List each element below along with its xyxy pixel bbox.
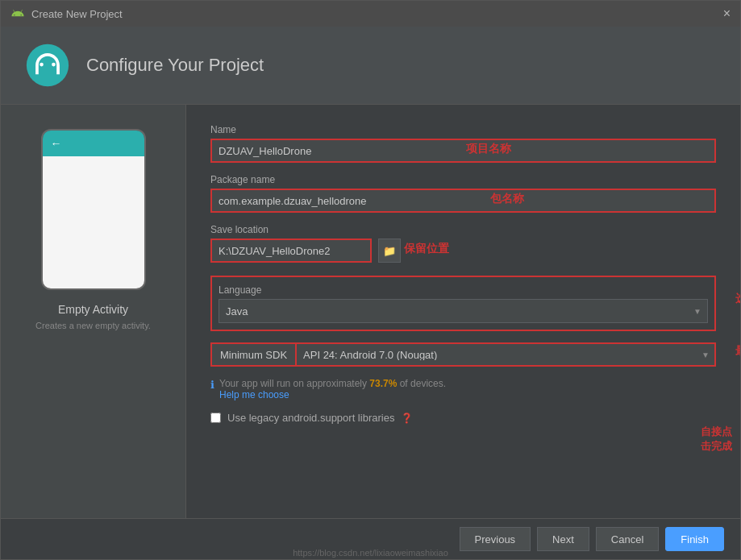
title-bar-left: Create New Project	[10, 6, 123, 21]
language-box: Language Java Kotlin ▼	[210, 276, 716, 331]
svg-point-1	[40, 63, 44, 67]
svg-point-2	[52, 63, 56, 67]
language-field-group: Language Java Kotlin ▼ 选择语言	[210, 274, 716, 331]
info-text: Your app will run on approximately 73.7%…	[219, 378, 446, 400]
content-area: ← Empty Activity Creates a new empty act…	[1, 105, 740, 518]
cancel-button[interactable]: Cancel	[596, 527, 659, 551]
name-field-row	[210, 139, 716, 163]
save-location-label: Save location	[210, 224, 716, 235]
browse-button[interactable]: 📁	[378, 239, 401, 263]
language-label: Language	[219, 284, 261, 296]
name-label: Name	[210, 124, 716, 135]
name-input[interactable]	[210, 139, 716, 163]
checkbox-label: Use legacy android.support libraries	[227, 412, 394, 424]
header-section: Configure Your Project	[1, 27, 740, 105]
phone-preview: ←	[41, 129, 146, 290]
right-panel: Name 项目名称 Package name 包名称	[186, 105, 740, 518]
min-sdk-select[interactable]: API 24: Android 7.0 (Nougat) API 21: And…	[295, 342, 716, 367]
page-title: Configure Your Project	[86, 55, 264, 76]
back-arrow-icon: ←	[51, 137, 62, 150]
save-location-field-row: 📁	[210, 239, 716, 263]
info-row: ℹ Your app will run on approximately 73.…	[210, 378, 716, 400]
phone-body	[43, 156, 144, 288]
save-location-input[interactable]	[210, 239, 372, 263]
annotation-save-location: 保留位置	[404, 242, 449, 256]
title-bar: Create New Project ×	[1, 1, 740, 27]
save-location-field-group: Save location 📁 保留位置	[210, 224, 716, 263]
package-label: Package name	[210, 174, 716, 185]
footer: Previous Next Cancel Finish https://blog…	[1, 518, 740, 559]
right-panel-wrapper: Name 项目名称 Package name 包名称	[186, 105, 740, 518]
language-select-wrapper: Java Kotlin ▼	[219, 299, 708, 323]
activity-label: Empty Activity	[58, 303, 128, 316]
watermark: https://blog.csdn.net/lixiaoweimashixiao	[293, 548, 448, 558]
name-field-group: Name 项目名称	[210, 124, 716, 163]
help-circle-icon[interactable]: ❓	[401, 413, 413, 424]
info-text-before: Your app will run on approximately	[219, 378, 369, 389]
language-select[interactable]: Java Kotlin	[219, 299, 708, 323]
package-input[interactable]	[210, 189, 716, 213]
left-panel: ← Empty Activity Creates a new empty act…	[1, 105, 186, 518]
checkbox-row: Use legacy android.support libraries ❓	[210, 412, 716, 424]
language-field-row: Java Kotlin ▼	[219, 299, 708, 323]
previous-button[interactable]: Previous	[460, 527, 531, 551]
legacy-checkbox[interactable]	[210, 413, 221, 423]
finish-button[interactable]: Finish	[665, 527, 724, 551]
close-button[interactable]: ×	[723, 7, 731, 20]
min-sdk-row: Minimum SDK API 24: Android 7.0 (Nougat)…	[210, 342, 716, 367]
info-icon: ℹ	[210, 379, 214, 391]
min-sdk-field-group: Minimum SDK API 24: Android 7.0 (Nougat)…	[210, 342, 716, 367]
annotation-package-name: 包名称	[490, 192, 524, 206]
svg-point-0	[27, 44, 69, 86]
dialog: Create New Project × Configure Your Proj…	[0, 0, 741, 560]
help-link[interactable]: Help me choose	[219, 389, 446, 400]
package-field-row	[210, 189, 716, 213]
phone-status-bar: ←	[43, 131, 144, 156]
annotation-language: 选择语言	[735, 292, 740, 306]
header-logo	[25, 43, 70, 88]
dialog-title: Create New Project	[31, 8, 123, 20]
sdk-select-wrapper: API 24: Android 7.0 (Nougat) API 21: And…	[295, 342, 716, 367]
info-text-after: of devices.	[397, 378, 446, 389]
annotation-finish: 自接点击完成	[701, 425, 732, 454]
android-icon	[10, 6, 25, 21]
annotation-project-name: 项目名称	[466, 142, 511, 156]
activity-desc: Creates a new empty activity.	[35, 321, 151, 330]
info-percent: 73.7%	[369, 378, 397, 389]
min-sdk-label: Minimum SDK	[210, 342, 295, 367]
package-field-group: Package name 包名称	[210, 174, 716, 213]
next-button[interactable]: Next	[537, 527, 589, 551]
annotation-min-sdk: 最小版本	[735, 344, 740, 359]
